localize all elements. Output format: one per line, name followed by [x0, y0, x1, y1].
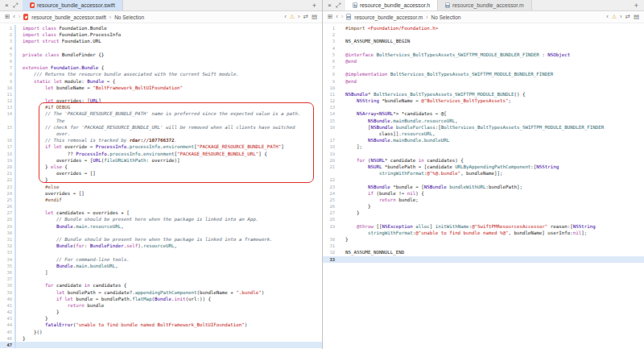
line-number[interactable]: 19	[323, 151, 337, 157]
expand-pane-icon[interactable]: ⤢	[336, 2, 341, 9]
line-number[interactable]	[323, 230, 337, 236]
line-number[interactable]: 37	[0, 276, 14, 282]
breadcrumb-selection[interactable]: No Selection	[431, 15, 461, 20]
line-number[interactable]: 26	[0, 203, 14, 210]
code-line[interactable]: 20 } else {	[0, 164, 322, 170]
code-line[interactable]: over.	[0, 131, 322, 137]
line-number[interactable]: 30	[323, 236, 337, 243]
code-line[interactable]: 11NSBundle* BoltServices_BoltTypesAssets…	[323, 91, 644, 98]
code-line[interactable]: 25 return bundle;	[323, 197, 644, 203]
line-number[interactable]: 6	[323, 58, 337, 64]
line-number[interactable]: 27	[0, 210, 14, 216]
line-number[interactable]: 7	[0, 64, 14, 71]
code-line[interactable]: 45 }()	[0, 329, 322, 335]
line-number[interactable]: 34	[0, 256, 14, 263]
current-code-line[interactable]: 33	[323, 256, 644, 263]
warning-icon[interactable]: ⚠	[290, 14, 295, 20]
line-number[interactable]: 15	[323, 118, 337, 124]
code-line[interactable]: 25 #endif	[0, 197, 322, 203]
line-number[interactable]: 14	[0, 110, 14, 117]
code-line[interactable]: 21 NSURL *bundlePath = [candidate URLByA…	[323, 164, 644, 170]
code-line[interactable]: 31 // Bundle should be present here when…	[0, 236, 322, 243]
code-line[interactable]: 17 NSBundle.mainBundle.bundleURL	[323, 137, 644, 143]
previous-issue-icon[interactable]: ‹	[606, 14, 609, 20]
line-number[interactable]: 9	[0, 78, 14, 85]
line-number[interactable]: 23	[0, 184, 14, 190]
related-items-icon[interactable]: ⊞	[5, 14, 10, 20]
next-issue-icon[interactable]: ›	[620, 14, 622, 20]
line-number[interactable]: 31	[0, 236, 14, 243]
code-line[interactable]: 7extension Foundation.Bundle {	[0, 64, 322, 71]
current-code-line[interactable]: 47	[0, 342, 322, 348]
code-line[interactable]: 3import struct Foundation.URL	[0, 38, 322, 44]
line-number[interactable]: 12	[0, 98, 14, 104]
go-back-icon[interactable]: ‹	[336, 14, 338, 20]
line-number[interactable]: 22	[0, 177, 14, 183]
line-number[interactable]: 25	[0, 197, 14, 203]
code-editor-swift[interactable]: 1import class Foundation.Bundle2import c…	[0, 23, 322, 349]
code-line[interactable]: 44 fatalError("unable to find bundle nam…	[0, 322, 322, 328]
line-number[interactable]: 43	[0, 315, 14, 322]
line-number[interactable]: 14	[323, 110, 337, 117]
code-line[interactable]: 29 @throw [[NSException alloc] initWithN…	[323, 223, 644, 230]
line-number[interactable]: 20	[0, 164, 14, 170]
add-tab-icon[interactable]: +	[307, 0, 322, 10]
previous-issue-icon[interactable]: ‹	[284, 14, 287, 20]
code-line[interactable]: 8 /// Returns the resource bundle associ…	[0, 71, 322, 77]
code-line[interactable]: 23 #else	[0, 184, 322, 190]
code-line[interactable]: 36 ]	[0, 269, 322, 276]
line-number[interactable]: 44	[0, 322, 14, 328]
code-line[interactable]: 41 return bundle	[0, 302, 322, 309]
warning-icon[interactable]: ⚠	[612, 14, 617, 20]
line-number[interactable]: 5	[323, 52, 337, 58]
line-number[interactable]: 13	[323, 104, 337, 110]
code-line[interactable]: 6	[0, 58, 322, 64]
line-number[interactable]: 12	[323, 98, 337, 104]
code-line[interactable]: 9 static let module: Bundle = {	[0, 78, 322, 85]
code-line[interactable]: 4	[0, 45, 322, 52]
code-line[interactable]: 39 let bundlePath = candidate?.appending…	[0, 289, 322, 296]
code-line[interactable]: 9@end	[323, 78, 644, 85]
line-number[interactable]: 4	[0, 45, 14, 52]
line-number[interactable]: 27	[323, 210, 337, 216]
code-line[interactable]: 13	[323, 104, 644, 110]
tab-resource-bundle-accessor-m[interactable]: m resource_bundle_accessor.m	[438, 0, 532, 10]
code-line[interactable]: 19 overrides = [URL(fileURLWithPath: ove…	[0, 157, 322, 164]
line-number[interactable]	[323, 131, 337, 137]
code-line[interactable]: 31	[323, 243, 644, 249]
line-number[interactable]: 2	[323, 31, 337, 38]
code-line[interactable]: stringWithFormat:@"unable to find bundle…	[323, 230, 644, 236]
code-line[interactable]: 11	[0, 91, 322, 98]
line-number[interactable]: 19	[0, 157, 14, 164]
code-line[interactable]: 46}	[0, 335, 322, 342]
code-line[interactable]: 8@implementation BoltServices_BoltTypesA…	[323, 71, 644, 77]
code-line[interactable]: 10 let bundleName = "BoltFramework_BoltU…	[0, 85, 322, 91]
line-number[interactable]: 47	[0, 342, 14, 348]
line-number[interactable]	[0, 118, 14, 124]
line-number[interactable]: 17	[0, 143, 14, 150]
line-number[interactable]: 7	[323, 64, 337, 71]
editor-options-icon[interactable]: ▤	[312, 14, 317, 20]
line-number[interactable]: 1	[323, 25, 337, 31]
code-line[interactable]: 1#import <Foundation/Foundation.h>	[323, 25, 644, 31]
code-line[interactable]: 18 ?? ProcessInfo.processInfo.environmen…	[0, 151, 322, 157]
code-line[interactable]: 37	[0, 276, 322, 282]
line-number[interactable]: 11	[0, 91, 14, 98]
tab-resource-bundle-accessor-swift[interactable]: resource_bundle_accessor.swift	[23, 0, 123, 10]
code-line[interactable]: 24 if (bundle != nil) {	[323, 190, 644, 197]
code-line[interactable]: 22	[323, 177, 644, 183]
code-line[interactable]: 12 NSString *bundleName = @"BoltServices…	[323, 98, 644, 104]
go-back-icon[interactable]: ‹	[13, 14, 15, 20]
line-number[interactable]: 36	[0, 269, 14, 276]
breadcrumb-file[interactable]: resource_bundle_accessor.m	[354, 15, 423, 20]
line-number[interactable]: 1	[0, 25, 14, 31]
line-number[interactable]: 16	[323, 124, 337, 131]
line-number[interactable]: 15	[0, 124, 14, 131]
next-issue-icon[interactable]: ›	[298, 14, 300, 20]
code-line[interactable]: 15 // check for 'PACKAGE_RESOURCE_BUNDLE…	[0, 124, 322, 131]
line-number[interactable]: 11	[323, 91, 337, 98]
code-line[interactable]: 43 }	[0, 315, 322, 322]
line-number[interactable]: 26	[323, 203, 337, 210]
code-line[interactable]: 22 }	[0, 177, 322, 183]
code-line[interactable]: 18 ];	[323, 143, 644, 150]
